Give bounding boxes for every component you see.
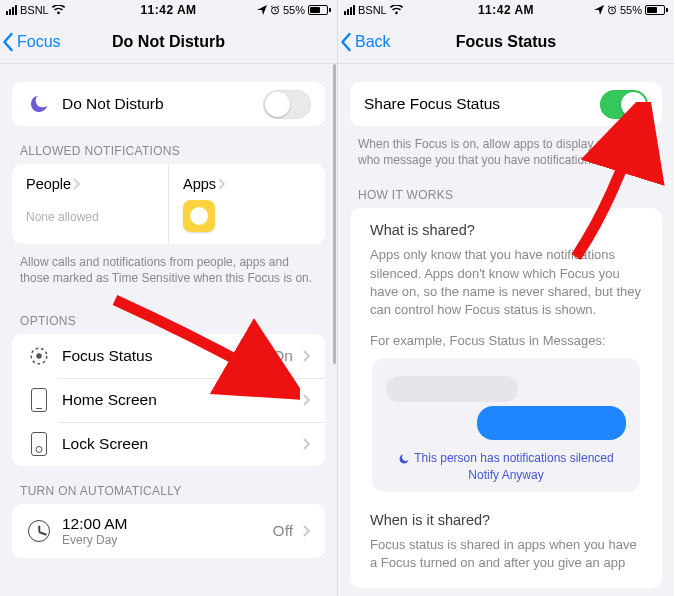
apps-label: Apps xyxy=(183,176,216,192)
auto-card: 12:00 AM Every Day Off xyxy=(12,504,325,558)
options-header: OPTIONS xyxy=(0,296,337,334)
dnd-label: Do Not Disturb xyxy=(62,95,253,113)
status-right: 55% xyxy=(594,4,668,16)
share-note: When this Focus is on, allow apps to dis… xyxy=(338,126,674,178)
messages-preview: This person has notifications silenced N… xyxy=(372,358,640,492)
screenshot-left: BSNL 11:42 AM 55% Focus Do Not Disturb D… xyxy=(0,0,337,596)
row-schedule[interactable]: 12:00 AM Every Day Off xyxy=(12,504,325,558)
home-screen-icon xyxy=(26,387,52,413)
carrier-label: BSNL xyxy=(20,4,49,16)
chevron-right-icon xyxy=(218,178,226,190)
focus-status-label: Focus Status xyxy=(62,347,262,365)
schedule-value: Off xyxy=(273,522,293,540)
share-card: Share Focus Status xyxy=(350,82,662,126)
lock-screen-icon xyxy=(26,431,52,457)
scroll-area[interactable]: Do Not Disturb ALLOWED NOTIFICATIONS Peo… xyxy=(0,64,337,596)
clock-app-icon xyxy=(183,200,215,232)
what-body: Apps only know that you have notificatio… xyxy=(370,246,642,319)
row-focus-status[interactable]: Focus Status On xyxy=(12,334,325,378)
allowed-apps[interactable]: Apps xyxy=(169,164,325,244)
options-card: Focus Status On Home Screen Lock Screen xyxy=(12,334,325,466)
moon-icon xyxy=(26,91,52,117)
when-body: Focus status is shared in apps when you … xyxy=(370,536,642,572)
lock-screen-label: Lock Screen xyxy=(62,435,293,453)
how-card: What is shared? Apps only know that you … xyxy=(350,208,662,588)
battery-icon xyxy=(645,5,668,15)
battery-percent: 55% xyxy=(283,4,305,16)
focus-status-value: On xyxy=(272,347,293,365)
focus-status-icon xyxy=(26,343,52,369)
back-label: Focus xyxy=(17,33,61,51)
chevron-right-icon xyxy=(303,525,311,537)
people-sub: None allowed xyxy=(26,210,154,224)
moon-icon xyxy=(398,453,410,465)
schedule-time: 12:00 AM xyxy=(62,515,263,533)
allowed-card: People None allowed Apps xyxy=(12,164,325,244)
scrollbar[interactable] xyxy=(333,64,336,364)
silenced-note: This person has notifications silenced N… xyxy=(386,450,626,484)
carrier-label: BSNL xyxy=(358,4,387,16)
nav-bar: Focus Do Not Disturb xyxy=(0,20,337,64)
chevron-left-icon xyxy=(340,32,353,52)
back-button[interactable]: Focus xyxy=(0,32,65,52)
row-lock-screen[interactable]: Lock Screen xyxy=(12,422,325,466)
screenshot-right: BSNL 11:42 AM 55% Back Focus Status Shar… xyxy=(337,0,674,596)
status-bar: BSNL 11:42 AM 55% xyxy=(338,0,674,20)
dnd-row[interactable]: Do Not Disturb xyxy=(12,82,325,126)
status-right: 55% xyxy=(257,4,331,16)
home-screen-label: Home Screen xyxy=(62,391,293,409)
share-toggle[interactable] xyxy=(600,90,648,119)
chevron-right-icon xyxy=(73,178,81,190)
back-label: Back xyxy=(355,33,391,51)
status-bar: BSNL 11:42 AM 55% xyxy=(0,0,337,20)
location-icon xyxy=(594,5,604,15)
schedule-sub: Every Day xyxy=(62,533,263,547)
when-title: When is it shared? xyxy=(370,512,642,528)
signal-icon xyxy=(6,5,17,15)
app-chip xyxy=(183,200,311,232)
row-share-focus[interactable]: Share Focus Status xyxy=(350,82,662,126)
allowed-header: ALLOWED NOTIFICATIONS xyxy=(0,126,337,164)
alarm-icon xyxy=(270,5,280,15)
what-title: What is shared? xyxy=(370,222,642,238)
clock-icon xyxy=(26,518,52,544)
status-left: BSNL xyxy=(6,4,65,16)
auto-header: TURN ON AUTOMATICALLY xyxy=(0,466,337,504)
incoming-bubble xyxy=(386,376,518,402)
dnd-toggle[interactable] xyxy=(263,90,311,119)
share-label: Share Focus Status xyxy=(364,95,590,113)
row-home-screen[interactable]: Home Screen xyxy=(12,378,325,422)
signal-icon xyxy=(344,5,355,15)
back-button[interactable]: Back xyxy=(338,32,395,52)
nav-bar: Back Focus Status xyxy=(338,20,674,64)
alarm-icon xyxy=(607,5,617,15)
chevron-right-icon xyxy=(303,438,311,450)
wifi-icon xyxy=(52,5,65,15)
chevron-right-icon xyxy=(303,350,311,362)
outgoing-bubble xyxy=(477,406,626,440)
chevron-right-icon xyxy=(303,394,311,406)
location-icon xyxy=(257,5,267,15)
scroll-area[interactable]: Share Focus Status When this Focus is on… xyxy=(338,64,674,596)
silenced-text: This person has notifications silenced xyxy=(414,450,613,467)
people-label: People xyxy=(26,176,71,192)
notify-anyway[interactable]: Notify Anyway xyxy=(468,467,543,484)
status-left: BSNL xyxy=(344,4,403,16)
allowed-note: Allow calls and notifications from peopl… xyxy=(0,244,337,296)
chevron-left-icon xyxy=(2,32,15,52)
battery-icon xyxy=(308,5,331,15)
wifi-icon xyxy=(390,5,403,15)
what-example: For example, Focus Status in Messages: xyxy=(370,333,642,348)
battery-percent: 55% xyxy=(620,4,642,16)
allowed-people[interactable]: People None allowed xyxy=(12,164,169,244)
dnd-card: Do Not Disturb xyxy=(12,82,325,126)
svg-point-2 xyxy=(36,354,42,360)
how-header: HOW IT WORKS xyxy=(338,178,674,208)
